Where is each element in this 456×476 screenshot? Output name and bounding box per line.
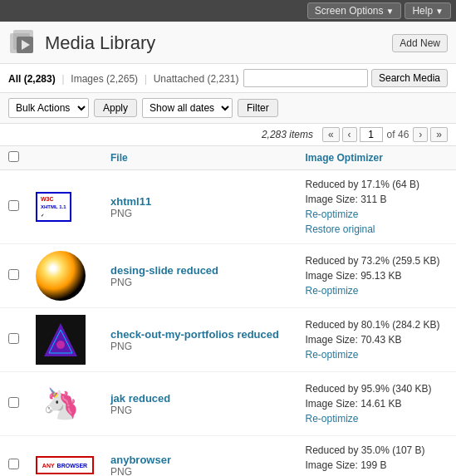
add-new-button[interactable]: Add New xyxy=(392,34,448,52)
svg-marker-4 xyxy=(44,323,77,356)
optimizer-size: Image Size: 70.43 KB xyxy=(305,334,401,346)
file-name-cell: anybrowserPNG xyxy=(102,436,297,477)
filter-images-link[interactable]: Images (2,265) xyxy=(71,73,138,85)
file-name-link[interactable]: check-out-my-portfolios reduced xyxy=(110,328,279,341)
file-type-label: PNG xyxy=(110,341,132,352)
select-all-checkbox[interactable] xyxy=(8,151,19,162)
filter-links: All (2,283) | Images (2,265) | Unattache… xyxy=(8,72,238,85)
file-type-label: PNG xyxy=(110,466,132,477)
page-number-input[interactable] xyxy=(360,127,383,142)
row-checkbox[interactable] xyxy=(8,333,19,344)
row-checkbox[interactable] xyxy=(8,459,19,469)
sep1: | xyxy=(61,72,64,85)
file-name-cell: desing-slide reducedPNG xyxy=(102,244,297,308)
search-input[interactable] xyxy=(243,69,368,87)
sep2: | xyxy=(145,72,147,85)
pagination-of: of 46 xyxy=(387,129,409,140)
media-table-container: File Image Optimizer W3C XHTML 1.1 ✓ xht… xyxy=(0,146,456,476)
optimizer-text: Reduced by 73.2% (259.5 KB) Image Size: … xyxy=(305,253,448,298)
reoptimize-link[interactable]: Re-optimize xyxy=(305,349,358,361)
table-header-row: File Image Optimizer xyxy=(0,146,456,170)
help-label: Help xyxy=(412,5,433,17)
thumbnail-cell: ANYBROWSER xyxy=(27,436,102,477)
file-name-cell: jak reducedPNG xyxy=(102,372,297,436)
table-row: W3C XHTML 1.1 ✓ xhtml11PNG Reduced by 17… xyxy=(0,170,456,244)
file-type-label: PNG xyxy=(110,277,132,288)
thumbnail-anybrowser: ANYBROWSER xyxy=(36,456,94,474)
file-type-label: PNG xyxy=(110,208,132,219)
bulk-actions-select[interactable]: Bulk Actions xyxy=(8,98,89,118)
row-checkbox[interactable] xyxy=(8,269,19,280)
optimizer-col-header: Image Optimizer xyxy=(297,146,456,170)
row-checkbox[interactable] xyxy=(8,200,19,211)
row-checkbox-cell xyxy=(0,308,27,372)
optimizer-text: Reduced by 35.0% (107 B) Image Size: 199… xyxy=(305,443,448,476)
table-row: 🦄jak reducedPNG Reduced by 95.9% (340 KB… xyxy=(0,372,456,436)
search-box: Search Media xyxy=(243,69,448,87)
table-row: desing-slide reducedPNG Reduced by 73.2%… xyxy=(0,244,456,308)
file-col-header xyxy=(27,146,102,170)
optimizer-reduction: Reduced by 95.9% (340 KB) xyxy=(305,383,431,395)
file-name-cell: check-out-my-portfolios reducedPNG xyxy=(102,308,297,372)
optimizer-reduction: Reduced by 80.1% (284.2 KB) xyxy=(305,319,439,331)
reoptimize-link[interactable]: Re-optimize xyxy=(305,285,358,297)
restore-original-link[interactable]: Restore original xyxy=(305,223,375,235)
prev-page-button[interactable]: ‹ xyxy=(342,127,357,142)
svg-point-6 xyxy=(56,341,65,349)
optimizer-text: Reduced by 17.1% (64 B) Image Size: 311 … xyxy=(305,177,448,237)
row-checkbox[interactable] xyxy=(8,397,19,408)
thumbnail-cell xyxy=(27,308,102,372)
help-arrow: ▼ xyxy=(435,7,444,16)
optimizer-size: Image Size: 311 B xyxy=(305,194,386,205)
filter-all-link[interactable]: All (2,283) xyxy=(8,73,56,85)
optimizer-size: Image Size: 14.61 KB xyxy=(305,398,401,410)
table-row: check-out-my-portfolios reducedPNG Reduc… xyxy=(0,308,456,372)
next-page-button[interactable]: › xyxy=(413,127,428,142)
row-checkbox-cell xyxy=(0,170,27,244)
optimizer-cell: Reduced by 35.0% (107 B) Image Size: 199… xyxy=(297,436,456,477)
thumbnail-monster: 🦄 xyxy=(36,379,86,429)
row-checkbox-cell xyxy=(0,244,27,308)
screen-options-arrow: ▼ xyxy=(386,7,395,16)
filter-button[interactable]: Filter xyxy=(238,99,278,117)
help-button[interactable]: Help▼ xyxy=(405,2,451,19)
table-row: ANYBROWSER anybrowserPNG Reduced by 35.0… xyxy=(0,436,456,477)
row-checkbox-cell xyxy=(0,436,27,477)
pagination-count: 2,283 items xyxy=(262,129,313,140)
file-name-col-header[interactable]: File xyxy=(102,146,297,170)
optimizer-cell: Reduced by 80.1% (284.2 KB) Image Size: … xyxy=(297,308,456,372)
optimizer-size: Image Size: 199 B xyxy=(305,459,386,471)
thumbnail-cell: 🦄 xyxy=(27,372,102,436)
filter-unattached-link[interactable]: Unattached (2,231) xyxy=(154,73,239,85)
reoptimize-link[interactable]: Re-optimize xyxy=(305,413,358,424)
subheader: All (2,283) | Images (2,265) | Unattache… xyxy=(0,64,456,93)
page-title: Media Library xyxy=(45,32,384,54)
reoptimize-link[interactable]: Re-optimize xyxy=(305,209,358,220)
first-page-button[interactable]: « xyxy=(322,127,340,142)
screen-options-button[interactable]: Screen Options▼ xyxy=(307,2,402,19)
file-name-link[interactable]: desing-slide reduced xyxy=(110,264,218,277)
optimizer-cell: Reduced by 17.1% (64 B) Image Size: 311 … xyxy=(297,170,456,244)
select-all-header xyxy=(0,146,27,170)
file-name-link[interactable]: anybrowser xyxy=(110,454,171,466)
file-name-link[interactable]: xhtml11 xyxy=(110,195,151,208)
optimizer-text: Reduced by 95.9% (340 KB) Image Size: 14… xyxy=(305,381,448,426)
search-media-button[interactable]: Search Media xyxy=(371,69,448,87)
optimizer-cell: Reduced by 73.2% (259.5 KB) Image Size: … xyxy=(297,244,456,308)
toolbar: Bulk Actions Apply Show all dates Filter xyxy=(0,93,456,124)
date-filter-select[interactable]: Show all dates xyxy=(142,98,233,118)
page-header: Media Library Add New xyxy=(0,22,456,64)
screen-options-label: Screen Options xyxy=(315,5,384,17)
media-library-icon xyxy=(8,28,38,58)
last-page-button[interactable]: » xyxy=(430,127,448,142)
file-name-cell: xhtml11PNG xyxy=(102,170,297,244)
file-name-link[interactable]: jak reduced xyxy=(110,392,170,405)
row-checkbox-cell xyxy=(0,372,27,436)
file-type-label: PNG xyxy=(110,405,132,416)
thumbnail-triangle xyxy=(36,315,86,365)
thumbnail-cell: W3C XHTML 1.1 ✓ xyxy=(27,170,102,244)
thumbnail-circle xyxy=(36,251,86,301)
optimizer-size: Image Size: 95.13 KB xyxy=(305,270,401,282)
thumbnail-cell xyxy=(27,244,102,308)
apply-button[interactable]: Apply xyxy=(94,99,137,117)
